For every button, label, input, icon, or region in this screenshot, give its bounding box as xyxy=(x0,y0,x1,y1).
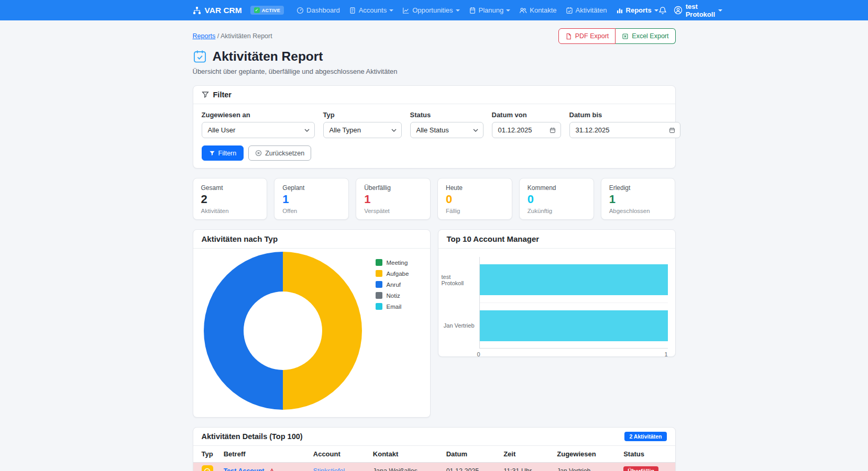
bell-icon[interactable] xyxy=(658,6,667,15)
people-icon xyxy=(519,7,527,14)
status-select[interactable]: Alle Status xyxy=(410,122,484,138)
filter-title: Filter xyxy=(213,91,232,99)
breadcrumb-link-reports[interactable]: Reports xyxy=(193,32,216,40)
status-badge-active: ✓ ACTIVE xyxy=(250,6,284,15)
legend-item[interactable]: Notiz xyxy=(376,292,409,299)
nav-item-reports[interactable]: Reports xyxy=(616,6,658,14)
chevron-down-icon xyxy=(456,9,460,12)
table-row[interactable]: Test Account Stinkstiefel Jana Weißalles… xyxy=(193,463,675,471)
chart-title: Top 10 Account Manager xyxy=(438,230,675,249)
chart-legend: Meeting Aufgabe Anruf Notiz xyxy=(376,259,409,410)
nav-item-accounts[interactable]: Accounts xyxy=(349,6,393,14)
y-axis-label: test Protokoll xyxy=(442,257,479,302)
excel-export-button[interactable]: Excel Export xyxy=(616,28,675,44)
column-header[interactable]: Kontakt xyxy=(368,446,441,463)
bar-chart-card: Top 10 Account Manager test Protokoll Ja… xyxy=(438,229,676,357)
date-to-input[interactable]: 31.12.2025 xyxy=(569,122,680,138)
legend-swatch xyxy=(376,270,382,277)
nav-item-opportunities[interactable]: Opportunities xyxy=(402,6,459,14)
brand-name: VAR CRM xyxy=(205,6,242,15)
filter-submit-button[interactable]: Filtern xyxy=(202,145,244,161)
calendar-check-icon xyxy=(193,50,207,64)
field-label: Typ xyxy=(323,111,402,119)
circle-x-icon xyxy=(255,150,262,156)
column-header[interactable]: Betreff xyxy=(218,446,308,463)
assigned-to-select[interactable]: Alle User xyxy=(202,122,315,138)
pdf-export-button[interactable]: PDF Export xyxy=(558,28,616,44)
column-header[interactable]: Status xyxy=(618,446,675,463)
stat-card-gesamt: Gesamt 2 Aktivitäten xyxy=(193,178,268,220)
breadcrumb-current: Aktivitäten Report xyxy=(221,32,272,40)
legend-item[interactable]: Aufgabe xyxy=(376,270,409,277)
main-nav: Dashboard Accounts Opportunities Planung… xyxy=(296,6,658,14)
legend-item[interactable]: Anruf xyxy=(376,281,409,288)
stat-card-heute: Heute 0 Fällig xyxy=(437,178,512,220)
count-badge: 2 Aktivitäten xyxy=(624,432,666,441)
gauge-icon xyxy=(296,7,304,14)
task-check-icon xyxy=(202,465,213,471)
nav-item-dashboard[interactable]: Dashboard xyxy=(296,6,340,14)
journal-icon xyxy=(349,7,356,14)
column-header[interactable]: Typ xyxy=(193,446,218,463)
legend-item[interactable]: Meeting xyxy=(376,259,409,266)
field-label: Zugewiesen an xyxy=(202,111,315,119)
chevron-down-icon xyxy=(304,129,310,132)
brand[interactable]: VAR CRM ✓ ACTIVE xyxy=(193,6,284,15)
nav-item-aktivitaeten[interactable]: Aktivitäten xyxy=(566,6,607,14)
user-menu[interactable]: test Protokoll xyxy=(674,3,722,18)
type-select[interactable]: Alle Typen xyxy=(323,122,402,138)
activities-table: Typ Betreff Account Kontakt Datum Zeit Z… xyxy=(193,446,675,471)
y-axis-label: Jan Vertrieb xyxy=(442,302,479,348)
stat-card-kommend: Kommend 0 Zukünftig xyxy=(519,178,594,220)
date-from-input[interactable]: 01.12.2025 xyxy=(492,122,561,138)
calendar-icon xyxy=(550,127,556,133)
legend-item[interactable]: Email xyxy=(376,303,409,310)
export-buttons: PDF Export Excel Export xyxy=(558,28,676,44)
nav-item-planung[interactable]: Planung xyxy=(469,6,511,14)
calendar-check-icon xyxy=(566,7,573,14)
column-header[interactable]: Datum xyxy=(441,446,498,463)
field-label: Datum bis xyxy=(569,111,680,119)
status-badge: Überfällig xyxy=(623,466,658,471)
stat-card-erledigt: Erledigt 1 Abgeschlossen xyxy=(601,178,676,220)
time-cell: 11:31 Uhr xyxy=(498,463,552,471)
account-link[interactable]: Stinkstiefel xyxy=(313,467,345,471)
person-circle-icon xyxy=(674,6,683,15)
stat-card-geplant: Geplant 1 Offen xyxy=(274,178,349,220)
chevron-down-icon xyxy=(391,129,397,132)
field-label: Datum von xyxy=(492,111,561,119)
stat-card-ueberfaellig: Überfällig 1 Verspätet xyxy=(356,178,431,220)
pdf-file-icon xyxy=(565,33,572,40)
date-cell: 01.12.2025 xyxy=(441,463,498,471)
table-title: Aktivitäten Details (Top 100) xyxy=(202,432,303,441)
chart-title: Aktivitäten nach Typ xyxy=(193,230,430,249)
warning-icon xyxy=(268,468,276,471)
bar-test-protokoll[interactable] xyxy=(480,264,668,295)
user-name: test Protokoll xyxy=(686,3,715,18)
legend-swatch xyxy=(376,259,382,266)
activities-table-card: Aktivitäten Details (Top 100) 2 Aktivitä… xyxy=(193,427,676,471)
bar-chart: test Protokoll Jan Vertrieb xyxy=(442,257,668,349)
filter-reset-button[interactable]: Zurücksetzen xyxy=(248,145,311,161)
column-header[interactable]: Zugewiesen xyxy=(552,446,618,463)
legend-swatch xyxy=(376,303,382,310)
column-header[interactable]: Zeit xyxy=(498,446,552,463)
donut-chart[interactable] xyxy=(204,252,362,410)
trend-icon xyxy=(402,7,410,14)
chevron-down-icon xyxy=(506,9,510,12)
chevron-down-icon xyxy=(718,9,722,12)
legend-swatch xyxy=(376,292,382,299)
funnel-icon xyxy=(202,91,209,98)
contact-cell: Jana Weißalles xyxy=(368,463,441,471)
field-label: Status xyxy=(410,111,484,119)
stats-row: Gesamt 2 Aktivitäten Geplant 1 Offen Übe… xyxy=(193,178,676,220)
excel-file-icon xyxy=(622,33,629,40)
activity-link[interactable]: Test Account xyxy=(224,467,265,471)
page-title: Aktivitäten Report xyxy=(213,49,323,64)
bar-jan-vertrieb[interactable] xyxy=(480,310,668,341)
column-header[interactable]: Account xyxy=(308,446,368,463)
clipboard-icon xyxy=(469,7,476,14)
nav-item-kontakte[interactable]: Kontakte xyxy=(519,6,556,14)
top-navbar: VAR CRM ✓ ACTIVE Dashboard Accounts Oppo… xyxy=(0,0,868,20)
calendar-icon xyxy=(669,127,675,133)
